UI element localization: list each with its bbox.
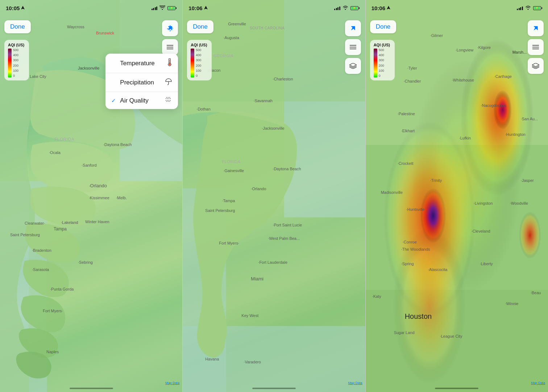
phone-panel-3: ·Gilmer ·Longview ·Kilgore Marsh... ·Tyl… <box>366 0 548 392</box>
svg-point-11 <box>167 98 168 99</box>
svg-point-20 <box>169 97 170 98</box>
battery-icon-3: ⚡ <box>533 6 542 10</box>
airquality-label: Air Quality <box>120 97 148 104</box>
wifi-icon-2 <box>342 5 348 11</box>
svg-point-17 <box>170 100 171 101</box>
svg-point-16 <box>170 98 171 99</box>
signal-icon-2 <box>334 6 340 10</box>
list-button-3[interactable] <box>528 39 544 55</box>
svg-point-21 <box>166 101 167 102</box>
svg-point-13 <box>166 100 166 101</box>
svg-point-15 <box>169 100 169 101</box>
done-button-3[interactable]: Done <box>370 20 397 33</box>
battery-icon-2: ⚡ <box>350 6 360 10</box>
aqi-labels-3: 0 100 200 300 400 500 <box>379 49 384 78</box>
layer-menu-1: Temperature Precipitation <box>105 54 178 109</box>
location-button-1[interactable] <box>162 20 178 36</box>
wifi-icon-3 <box>525 5 531 11</box>
status-bar-2: 10:06 ⚡ <box>183 0 365 16</box>
status-bar-1: 10:05 <box>0 0 182 16</box>
map-data-label-1: Map Data <box>165 381 179 385</box>
umbrella-icon <box>165 78 172 87</box>
home-bar-1 <box>70 388 113 389</box>
signal-icon-3 <box>517 6 523 10</box>
aqi-color-bar-3 <box>374 49 377 78</box>
nav-controls-2 <box>345 20 361 74</box>
list-button-2[interactable] <box>345 39 361 55</box>
status-time-3: 10:06 <box>371 5 390 11</box>
status-icons-3: ⚡ <box>517 5 542 11</box>
aqi-color-bar-2 <box>191 49 194 78</box>
svg-point-8 <box>169 64 171 66</box>
layer-menu-item-airquality[interactable]: ✓ Air Quality <box>105 92 178 109</box>
location-arrow-icon-1 <box>21 6 25 10</box>
layer-menu-item-precipitation[interactable]: Precipitation <box>105 73 178 92</box>
svg-rect-7 <box>170 60 170 63</box>
svg-point-14 <box>167 100 168 101</box>
thermometer-icon <box>167 58 172 68</box>
location-button-2[interactable] <box>345 20 361 36</box>
nav-controls-3 <box>528 20 544 74</box>
battery-icon-1: ⚡ <box>167 6 177 10</box>
done-button-2[interactable]: Done <box>187 20 213 33</box>
aqi-legend-2: AQI (US) 0 100 200 300 400 500 <box>187 40 212 80</box>
phone-panel-2: Greenville ·Augusta SOUTH CAROLINA GEORG… <box>183 0 365 392</box>
home-bar-2 <box>252 388 296 389</box>
phone-panel-1: Waycross Brunswick Jacksonville Lake Cit… <box>0 0 182 392</box>
list-button-1[interactable] <box>162 39 178 55</box>
airquality-icon <box>165 97 172 104</box>
svg-point-22 <box>168 101 169 102</box>
aqi-labels-1: 0 100 200 300 400 500 <box>13 49 18 78</box>
layer-menu-item-temperature[interactable]: Temperature <box>105 54 178 73</box>
location-button-3[interactable] <box>528 20 544 36</box>
aqi-labels-2: 0 100 200 300 400 500 <box>196 49 201 78</box>
layers-button-2[interactable] <box>345 58 361 74</box>
svg-point-18 <box>166 97 167 98</box>
status-icons-2: ⚡ <box>334 5 360 11</box>
map-data-label-3: Map Data <box>531 381 545 385</box>
done-button-1[interactable]: Done <box>4 20 31 33</box>
aqi-legend-1: AQI (US) 0 100 200 300 400 500 <box>4 40 29 80</box>
status-time-2: 10:06 <box>188 5 207 11</box>
signal-icon-1 <box>151 6 158 10</box>
status-bar-3: 10:06 ⚡ <box>366 0 548 16</box>
home-bar-3 <box>435 388 478 389</box>
svg-point-10 <box>166 98 166 99</box>
airquality-checkmark: ✓ <box>111 97 117 104</box>
svg-point-12 <box>169 98 169 99</box>
svg-point-23 <box>169 101 170 102</box>
status-icons-1: ⚡ <box>151 5 177 11</box>
status-time-1: 10:05 <box>6 5 25 11</box>
temperature-label: Temperature <box>120 60 154 67</box>
layers-button-3[interactable] <box>528 58 544 74</box>
aqi-color-bar-1 <box>8 49 12 78</box>
precipitation-label: Precipitation <box>120 79 154 86</box>
svg-point-19 <box>168 97 169 98</box>
map-data-label-2: Map Data <box>348 381 362 385</box>
wifi-icon-1 <box>159 5 165 11</box>
aqi-legend-3: AQI (US) 0 100 200 300 400 500 <box>370 40 395 80</box>
